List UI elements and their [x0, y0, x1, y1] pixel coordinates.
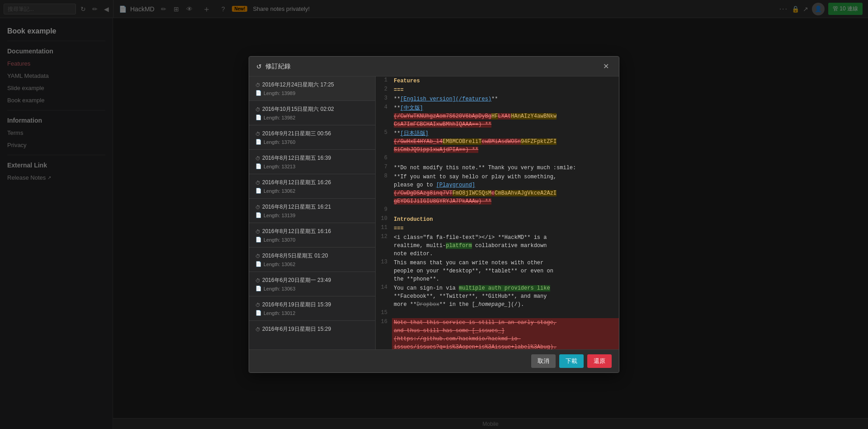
clock-icon-10: ⏱ [255, 327, 260, 332]
modal-title-text: 修訂紀錄 [265, 62, 291, 71]
download-btn[interactable]: 下載 [559, 354, 584, 368]
clock-icon-6: ⏱ [255, 229, 260, 234]
file-icon-8: 📄 [255, 286, 262, 291]
code-line-7: 7 **Do not modify this note.** Thank you… [376, 163, 619, 172]
revision-date-1: 2016年10月15日星期六 02:02 [262, 105, 334, 113]
line-num-15: 15 [376, 309, 392, 318]
code-line-5: 5 **[日本語版] (/GwHxE4HYAb_l4EMBMCOBreliTcw… [376, 129, 619, 154]
line-content-14: You can sign-in via multiple auth provid… [392, 284, 619, 309]
code-line-14: 14 You can sign-in via multiple auth pro… [376, 284, 619, 309]
revision-length-9: Length: 13012 [264, 310, 295, 316]
code-line-4: 4 **[中文版] (/CwYwTKNUhgzAom7S620V6bApDyBg… [376, 104, 619, 129]
line-content-13: This means that you can write notes with… [392, 258, 619, 284]
revision-date-3: 2016年8月12日星期五 16:39 [262, 154, 331, 162]
revision-length-3: Length: 13213 [264, 164, 295, 169]
clock-icon-0: ⏱ [255, 82, 260, 88]
code-line-8: 8 **If you want to say hello or play wit… [376, 172, 619, 206]
line-content-3: **[English version](/features)** [392, 95, 619, 104]
revision-date-8: 2016年6月20日星期一 23:49 [262, 276, 331, 284]
line-num-7: 7 [376, 163, 392, 172]
line-num-13: 13 [376, 258, 392, 284]
revision-list: ⏱ 2016年12月24日星期六 17:25 📄 Length: 13989 ⏱… [249, 76, 376, 349]
revision-date-9: 2016年6月19日星期日 15:39 [262, 301, 331, 309]
modal-close-btn[interactable]: ✕ [600, 61, 612, 72]
revision-length-8: Length: 13063 [264, 286, 295, 291]
clock-icon-5: ⏱ [255, 205, 260, 210]
revision-length-1: Length: 13982 [264, 115, 295, 120]
code-view[interactable]: 1 Features 2 === 3 **[English version](/… [376, 76, 619, 349]
revision-date-4: 2016年8月12日星期五 16:26 [262, 179, 331, 186]
modal-body: ⏱ 2016年12月24日星期六 17:25 📄 Length: 13989 ⏱… [249, 76, 619, 349]
code-line-13: 13 This means that you can write notes w… [376, 258, 619, 284]
line-num-16: 16 [376, 318, 392, 349]
line-content-6 [392, 154, 619, 163]
line-content-12: <i class="fa fa-file-text"></i> **HackMD… [392, 233, 619, 258]
line-num-5: 5 [376, 129, 392, 154]
revision-item-9[interactable]: ⏱ 2016年6月19日星期日 15:39 📄 Length: 13012 [249, 296, 375, 321]
file-icon-1: 📄 [255, 114, 262, 120]
revision-date-2: 2016年9月21日星期三 00:56 [262, 130, 331, 138]
clock-icon-2: ⏱ [255, 131, 260, 137]
file-icon-2: 📄 [255, 139, 262, 145]
clock-icon-1: ⏱ [255, 107, 260, 112]
file-icon-9: 📄 [255, 310, 262, 316]
modal-title: ↺ 修訂紀錄 [256, 62, 291, 71]
history-icon: ↺ [256, 63, 262, 70]
revision-item-0[interactable]: ⏱ 2016年12月24日星期六 17:25 📄 Length: 13989 [249, 76, 375, 101]
clock-icon-3: ⏱ [255, 156, 260, 161]
revision-length-6: Length: 13070 [264, 237, 295, 243]
clock-icon-4: ⏱ [255, 180, 260, 186]
code-line-16: 16 Note that this service is still in an… [376, 318, 619, 349]
file-icon-6: 📄 [255, 237, 262, 243]
code-line-10: 10 Introduction [376, 215, 619, 224]
line-content-1: Features [392, 76, 619, 86]
line-num-14: 14 [376, 284, 392, 309]
revision-list-scroll[interactable]: ⏱ 2016年12月24日星期六 17:25 📄 Length: 13989 ⏱… [249, 76, 375, 334]
line-content-16: Note that this service is still in an ea… [392, 318, 619, 349]
line-num-1: 1 [376, 76, 392, 86]
revision-item-7[interactable]: ⏱ 2016年8月5日星期五 01:20 📄 Length: 13062 [249, 248, 375, 272]
revision-date-7: 2016年8月5日星期五 01:20 [262, 252, 328, 260]
revision-date-10: 2016年6月19日星期日 15:29 [262, 325, 331, 333]
file-icon-7: 📄 [255, 261, 262, 267]
revision-item-6[interactable]: ⏱ 2016年8月12日星期五 16:16 📄 Length: 13070 [249, 223, 375, 248]
revision-item-3[interactable]: ⏱ 2016年8月12日星期五 16:39 📄 Length: 13213 [249, 150, 375, 174]
revision-date-6: 2016年8月12日星期五 16:16 [262, 228, 331, 235]
code-line-11: 11 === [376, 224, 619, 233]
revision-length-2: Length: 13760 [264, 139, 295, 145]
clock-icon-7: ⏱ [255, 253, 260, 259]
code-line-3: 3 **[English version](/features)** [376, 95, 619, 104]
line-num-12: 12 [376, 233, 392, 258]
line-num-9: 9 [376, 206, 392, 215]
code-lines: 1 Features 2 === 3 **[English version](/… [376, 76, 619, 349]
line-num-4: 4 [376, 104, 392, 129]
revision-item-2[interactable]: ⏱ 2016年9月21日星期三 00:56 📄 Length: 13760 [249, 125, 375, 150]
file-icon-4: 📄 [255, 188, 262, 194]
line-content-10: Introduction [392, 215, 619, 224]
revision-item-1[interactable]: ⏱ 2016年10月15日星期六 02:02 📄 Length: 13982 [249, 101, 375, 125]
restore-btn[interactable]: 還原 [587, 354, 612, 368]
code-line-2: 2 === [376, 86, 619, 95]
revision-item-8[interactable]: ⏱ 2016年6月20日星期一 23:49 📄 Length: 13063 [249, 272, 375, 296]
line-num-3: 3 [376, 95, 392, 104]
code-line-6: 6 [376, 154, 619, 163]
code-line-15: 15 [376, 309, 619, 318]
code-line-9: 9 [376, 206, 619, 215]
line-content-11: === [392, 224, 619, 233]
line-num-8: 8 [376, 172, 392, 206]
line-content-8: **If you want to say hello or play with … [392, 172, 619, 206]
line-content-9 [392, 206, 619, 215]
line-content-7: **Do not modify this note.** Thank you v… [392, 163, 619, 172]
file-icon-3: 📄 [255, 163, 262, 169]
revision-item-5[interactable]: ⏱ 2016年8月12日星期五 16:21 📄 Length: 13139 [249, 199, 375, 223]
modal-overlay[interactable]: ↺ 修訂紀錄 ✕ ⏱ 2016年12月24日星期六 17:25 📄 Length… [0, 0, 868, 429]
revision-item-4[interactable]: ⏱ 2016年8月12日星期五 16:26 📄 Length: 13062 [249, 174, 375, 199]
revision-length-0: Length: 13989 [264, 91, 295, 96]
line-num-2: 2 [376, 86, 392, 95]
cancel-btn[interactable]: 取消 [531, 354, 556, 368]
code-line-12: 12 <i class="fa fa-file-text"></i> **Hac… [376, 233, 619, 258]
line-content-2: === [392, 86, 619, 95]
revision-item-10[interactable]: ⏱ 2016年6月19日星期日 15:29 📄 Length: 13012 [249, 321, 375, 334]
code-line-1: 1 Features [376, 76, 619, 86]
clock-icon-9: ⏱ [255, 302, 260, 308]
